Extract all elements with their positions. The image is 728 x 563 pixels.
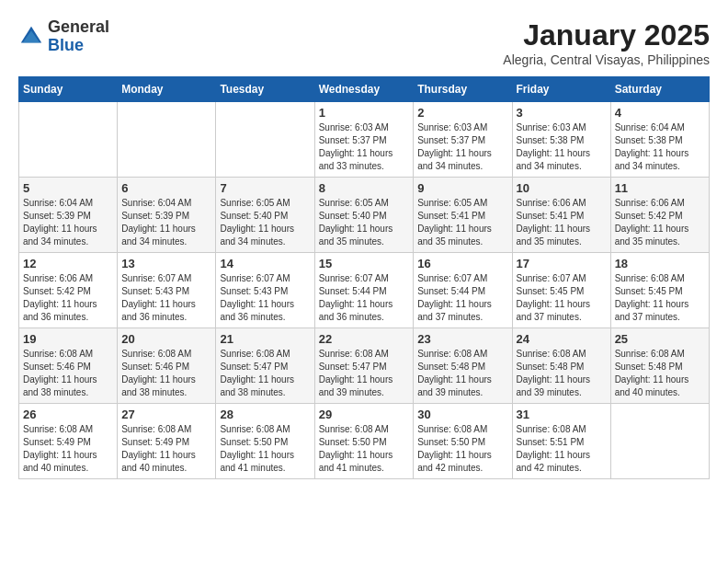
- day-number: 27: [121, 408, 211, 421]
- logo-text: General Blue: [48, 18, 109, 55]
- day-number: 23: [417, 332, 507, 346]
- day-info: Sunrise: 6:08 AMSunset: 5:49 PMDaylight:…: [121, 423, 211, 475]
- day-number: 14: [220, 257, 310, 270]
- day-number: 22: [319, 332, 410, 346]
- day-number: 18: [615, 257, 705, 270]
- day-number: 31: [517, 408, 607, 421]
- calendar-cell: 8Sunrise: 6:05 AMSunset: 5:40 PMDaylight…: [314, 178, 414, 253]
- calendar-cell: 4Sunrise: 6:04 AMSunset: 5:38 PMDaylight…: [610, 102, 709, 178]
- day-info: Sunrise: 6:08 AMSunset: 5:49 PMDaylight:…: [23, 423, 113, 475]
- day-info: Sunrise: 6:08 AMSunset: 5:48 PMDaylight:…: [615, 348, 705, 399]
- weekday-sunday: Sunday: [19, 77, 118, 102]
- calendar-cell: 12Sunrise: 6:06 AMSunset: 5:42 PMDayligh…: [19, 253, 118, 328]
- day-number: 28: [220, 408, 310, 421]
- day-number: 3: [517, 106, 607, 120]
- day-info: Sunrise: 6:08 AMSunset: 5:48 PMDaylight:…: [517, 348, 607, 399]
- day-number: 9: [417, 181, 507, 195]
- title-block: January 2025 Alegria, Central Visayas, P…: [503, 18, 710, 67]
- calendar-cell: 17Sunrise: 6:07 AMSunset: 5:45 PMDayligh…: [512, 253, 610, 328]
- day-info: Sunrise: 6:05 AMSunset: 5:41 PMDaylight:…: [417, 197, 507, 248]
- day-info: Sunrise: 6:03 AMSunset: 5:37 PMDaylight:…: [417, 121, 507, 173]
- calendar-cell: 26Sunrise: 6:08 AMSunset: 5:49 PMDayligh…: [19, 404, 118, 479]
- day-info: Sunrise: 6:08 AMSunset: 5:45 PMDaylight:…: [615, 272, 705, 324]
- calendar-cell: 21Sunrise: 6:08 AMSunset: 5:47 PMDayligh…: [216, 328, 314, 404]
- day-number: 5: [23, 181, 113, 195]
- day-info: Sunrise: 6:08 AMSunset: 5:46 PMDaylight:…: [121, 348, 211, 399]
- calendar-cell: 18Sunrise: 6:08 AMSunset: 5:45 PMDayligh…: [610, 253, 709, 328]
- day-number: 16: [417, 257, 507, 270]
- day-info: Sunrise: 6:08 AMSunset: 5:48 PMDaylight:…: [417, 348, 507, 399]
- week-row-3: 12Sunrise: 6:06 AMSunset: 5:42 PMDayligh…: [19, 253, 710, 328]
- calendar-cell: 22Sunrise: 6:08 AMSunset: 5:47 PMDayligh…: [314, 328, 414, 404]
- day-number: 21: [220, 332, 310, 346]
- weekday-saturday: Saturday: [610, 77, 709, 102]
- day-number: 13: [121, 257, 211, 270]
- calendar-cell: 27Sunrise: 6:08 AMSunset: 5:49 PMDayligh…: [118, 404, 216, 479]
- calendar-cell: 28Sunrise: 6:08 AMSunset: 5:50 PMDayligh…: [216, 404, 314, 479]
- logo-icon: [18, 24, 44, 50]
- day-number: 17: [517, 257, 607, 270]
- day-info: Sunrise: 6:07 AMSunset: 5:45 PMDaylight:…: [517, 272, 607, 324]
- location: Alegria, Central Visayas, Philippines: [503, 52, 710, 67]
- day-number: 15: [319, 257, 410, 270]
- day-number: 8: [319, 181, 410, 195]
- week-row-2: 5Sunrise: 6:04 AMSunset: 5:39 PMDaylight…: [19, 178, 710, 253]
- day-number: 11: [615, 181, 705, 195]
- day-number: 20: [121, 332, 211, 346]
- calendar-body: 1Sunrise: 6:03 AMSunset: 5:37 PMDaylight…: [19, 102, 710, 479]
- page-header: General Blue January 2025 Alegria, Centr…: [18, 18, 710, 67]
- calendar-cell: 3Sunrise: 6:03 AMSunset: 5:38 PMDaylight…: [512, 102, 610, 178]
- day-info: Sunrise: 6:04 AMSunset: 5:38 PMDaylight:…: [615, 121, 705, 173]
- calendar-cell: 15Sunrise: 6:07 AMSunset: 5:44 PMDayligh…: [314, 253, 414, 328]
- day-info: Sunrise: 6:07 AMSunset: 5:43 PMDaylight:…: [220, 272, 310, 324]
- day-info: Sunrise: 6:05 AMSunset: 5:40 PMDaylight:…: [220, 197, 310, 248]
- calendar-cell: 9Sunrise: 6:05 AMSunset: 5:41 PMDaylight…: [414, 178, 512, 253]
- day-info: Sunrise: 6:03 AMSunset: 5:37 PMDaylight:…: [319, 121, 410, 173]
- day-info: Sunrise: 6:04 AMSunset: 5:39 PMDaylight:…: [121, 197, 211, 248]
- day-info: Sunrise: 6:08 AMSunset: 5:50 PMDaylight:…: [220, 423, 310, 475]
- calendar-cell: 25Sunrise: 6:08 AMSunset: 5:48 PMDayligh…: [610, 328, 709, 404]
- day-info: Sunrise: 6:04 AMSunset: 5:39 PMDaylight:…: [23, 197, 113, 248]
- day-number: 4: [615, 106, 705, 120]
- calendar-cell: [216, 102, 314, 178]
- calendar-cell: 10Sunrise: 6:06 AMSunset: 5:41 PMDayligh…: [512, 178, 610, 253]
- calendar-cell: 20Sunrise: 6:08 AMSunset: 5:46 PMDayligh…: [118, 328, 216, 404]
- calendar-cell: 13Sunrise: 6:07 AMSunset: 5:43 PMDayligh…: [118, 253, 216, 328]
- weekday-tuesday: Tuesday: [216, 77, 314, 102]
- day-info: Sunrise: 6:07 AMSunset: 5:43 PMDaylight:…: [121, 272, 211, 324]
- month-title: January 2025: [503, 18, 710, 52]
- weekday-thursday: Thursday: [414, 77, 512, 102]
- calendar-cell: 30Sunrise: 6:08 AMSunset: 5:50 PMDayligh…: [414, 404, 512, 479]
- calendar-cell: 6Sunrise: 6:04 AMSunset: 5:39 PMDaylight…: [118, 178, 216, 253]
- calendar-cell: [19, 102, 118, 178]
- calendar-cell: 16Sunrise: 6:07 AMSunset: 5:44 PMDayligh…: [414, 253, 512, 328]
- day-number: 24: [517, 332, 607, 346]
- calendar-cell: 14Sunrise: 6:07 AMSunset: 5:43 PMDayligh…: [216, 253, 314, 328]
- calendar-cell: 2Sunrise: 6:03 AMSunset: 5:37 PMDaylight…: [414, 102, 512, 178]
- day-info: Sunrise: 6:06 AMSunset: 5:42 PMDaylight:…: [23, 272, 113, 324]
- day-info: Sunrise: 6:08 AMSunset: 5:47 PMDaylight:…: [319, 348, 410, 399]
- logo: General Blue: [18, 18, 109, 55]
- day-info: Sunrise: 6:08 AMSunset: 5:51 PMDaylight:…: [517, 423, 607, 475]
- day-number: 12: [23, 257, 113, 270]
- calendar-cell: 24Sunrise: 6:08 AMSunset: 5:48 PMDayligh…: [512, 328, 610, 404]
- day-info: Sunrise: 6:07 AMSunset: 5:44 PMDaylight:…: [417, 272, 507, 324]
- day-info: Sunrise: 6:08 AMSunset: 5:47 PMDaylight:…: [220, 348, 310, 399]
- calendar-cell: 29Sunrise: 6:08 AMSunset: 5:50 PMDayligh…: [314, 404, 414, 479]
- day-number: 10: [517, 181, 607, 195]
- calendar-cell: 5Sunrise: 6:04 AMSunset: 5:39 PMDaylight…: [19, 178, 118, 253]
- calendar-cell: 19Sunrise: 6:08 AMSunset: 5:46 PMDayligh…: [19, 328, 118, 404]
- day-info: Sunrise: 6:08 AMSunset: 5:46 PMDaylight:…: [23, 348, 113, 399]
- day-number: 7: [220, 181, 310, 195]
- day-number: 6: [121, 181, 211, 195]
- day-info: Sunrise: 6:07 AMSunset: 5:44 PMDaylight:…: [319, 272, 410, 324]
- day-info: Sunrise: 6:08 AMSunset: 5:50 PMDaylight:…: [417, 423, 507, 475]
- day-number: 29: [319, 408, 410, 421]
- day-number: 1: [319, 106, 410, 120]
- calendar-cell: 23Sunrise: 6:08 AMSunset: 5:48 PMDayligh…: [414, 328, 512, 404]
- day-info: Sunrise: 6:05 AMSunset: 5:40 PMDaylight:…: [319, 197, 410, 248]
- calendar-cell: 1Sunrise: 6:03 AMSunset: 5:37 PMDaylight…: [314, 102, 414, 178]
- weekday-wednesday: Wednesday: [314, 77, 414, 102]
- calendar-cell: [610, 404, 709, 479]
- day-number: 25: [615, 332, 705, 346]
